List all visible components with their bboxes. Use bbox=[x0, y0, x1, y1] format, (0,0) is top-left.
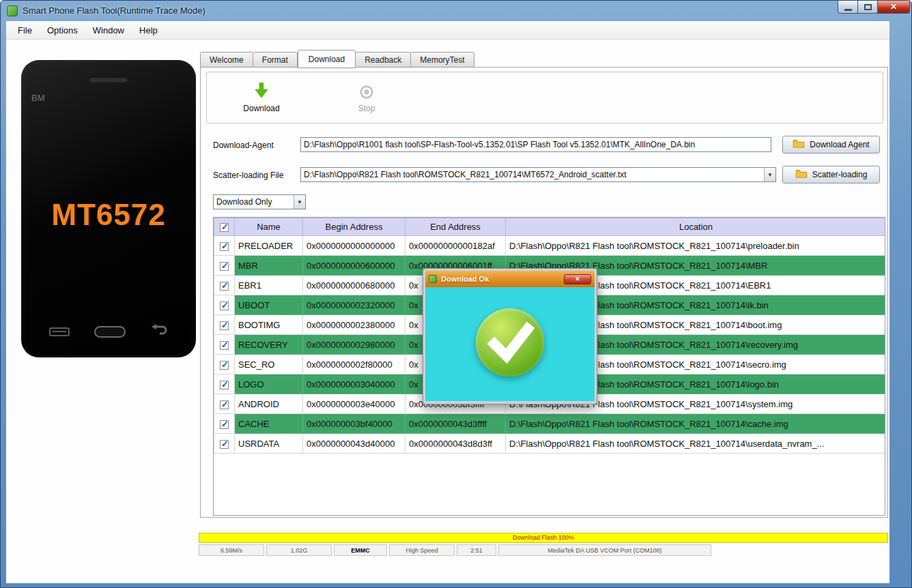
row-checkbox[interactable] bbox=[220, 440, 229, 449]
row-checkbox-cell[interactable] bbox=[214, 394, 235, 414]
row-name: LOGO bbox=[235, 374, 303, 394]
phone-back-icon bbox=[150, 324, 168, 339]
column-header-end-address[interactable]: End Address bbox=[405, 218, 506, 236]
row-checkbox-cell[interactable] bbox=[214, 414, 235, 434]
success-check-badge bbox=[476, 308, 544, 377]
row-checkbox-cell[interactable] bbox=[214, 335, 235, 355]
row-begin-address: 0x000000003bf40000 bbox=[303, 414, 405, 434]
menubar: File Options Window Help bbox=[6, 21, 889, 40]
row-checkbox[interactable] bbox=[220, 400, 229, 409]
row-checkbox-cell[interactable] bbox=[214, 256, 235, 276]
tab-welcome[interactable]: Welcome bbox=[200, 52, 253, 68]
row-location: D:\Flash\Oppo\R821 Flash tool\ROMSTOCK_R… bbox=[506, 236, 886, 256]
row-location: D:\Flash\Oppo\R821 Flash tool\ROMSTOCK_R… bbox=[506, 434, 886, 454]
titlebar[interactable]: Smart Phone Flash Tool(Runtime Trace Mod… bbox=[1, 1, 911, 21]
row-checkbox[interactable] bbox=[220, 420, 229, 429]
stop-icon bbox=[338, 80, 395, 100]
row-checkbox-cell[interactable] bbox=[214, 276, 235, 295]
dialog-titlebar[interactable]: Download Ok ✕ bbox=[425, 271, 595, 287]
close-icon: ✕ bbox=[575, 276, 580, 282]
column-header-name[interactable]: Name bbox=[235, 218, 303, 236]
tab-format[interactable]: Format bbox=[253, 52, 298, 68]
progress-bar: Download Flash 100% bbox=[199, 533, 888, 543]
row-checkbox-cell[interactable] bbox=[214, 295, 235, 315]
app-window: Smart Phone Flash Tool(Runtime Trace Mod… bbox=[0, 0, 912, 588]
client-area: BM MT6572 Welcome Format Download Readba… bbox=[6, 40, 889, 583]
column-header-location[interactable]: Location bbox=[506, 218, 886, 236]
menu-file[interactable]: File bbox=[10, 23, 40, 38]
row-name: RECOVERY bbox=[235, 335, 303, 355]
download-mode-combobox[interactable]: Download Only ▼ bbox=[213, 194, 306, 209]
row-end-address: 0x00000000000182af bbox=[405, 236, 506, 256]
download-button[interactable]: Download bbox=[233, 80, 290, 113]
status-speed: 6.59M/s bbox=[199, 544, 264, 556]
row-name: EBR1 bbox=[235, 276, 303, 295]
row-begin-address: 0x0000000043d40000 bbox=[303, 434, 405, 454]
row-begin-address: 0x0000000003e40000 bbox=[303, 394, 405, 414]
minimize-button[interactable] bbox=[838, 1, 858, 14]
row-checkbox[interactable] bbox=[220, 262, 229, 271]
phone-menu-icon bbox=[49, 327, 70, 336]
column-header-begin-address[interactable]: Begin Address bbox=[303, 218, 405, 236]
row-begin-address: 0x0000000003040000 bbox=[303, 374, 405, 394]
row-checkbox[interactable] bbox=[220, 341, 229, 350]
row-checkbox[interactable] bbox=[220, 321, 229, 330]
menu-help[interactable]: Help bbox=[132, 23, 165, 38]
row-checkbox-cell[interactable] bbox=[214, 434, 235, 454]
folder-icon bbox=[793, 139, 805, 150]
tab-readback[interactable]: Readback bbox=[356, 52, 411, 68]
select-all-checkbox-cell[interactable] bbox=[214, 218, 235, 236]
dialog-app-icon bbox=[429, 275, 437, 283]
row-checkbox[interactable] bbox=[220, 381, 229, 389]
minimize-icon bbox=[844, 9, 852, 11]
row-name: ANDROID bbox=[235, 394, 303, 414]
row-checkbox-cell[interactable] bbox=[214, 236, 235, 256]
status-storage-type: EMMC bbox=[334, 544, 387, 556]
scatter-file-value: D:\Flash\Oppo\R821 Flash tool\ROMSTOCK_R… bbox=[301, 170, 764, 179]
tab-download[interactable]: Download bbox=[298, 50, 356, 68]
status-bar: 6.59M/s 1.02G EMMC High Speed 2:51 Media… bbox=[199, 544, 888, 557]
check-icon bbox=[476, 308, 544, 377]
row-checkbox-cell[interactable] bbox=[214, 315, 235, 335]
scatter-file-combobox[interactable]: D:\Flash\Oppo\R821 Flash tool\ROMSTOCK_R… bbox=[300, 167, 776, 182]
row-checkbox-cell[interactable] bbox=[214, 355, 235, 374]
row-checkbox[interactable] bbox=[220, 302, 229, 310]
download-agent-button[interactable]: Download Agent bbox=[782, 136, 880, 153]
row-name: PRELOADER bbox=[235, 236, 303, 256]
phone-brand-label: BM bbox=[31, 93, 45, 103]
status-usb-speed: High Speed bbox=[389, 544, 455, 556]
menu-options[interactable]: Options bbox=[40, 23, 85, 38]
row-name: USRDATA bbox=[235, 434, 303, 454]
row-begin-address: 0x0000000002380000 bbox=[303, 315, 405, 335]
table-row[interactable]: CACHE0x000000003bf400000x0000000043d3fff… bbox=[214, 414, 886, 434]
chevron-down-icon[interactable]: ▼ bbox=[294, 195, 305, 209]
row-name: CACHE bbox=[235, 414, 303, 434]
download-agent-input[interactable] bbox=[300, 137, 771, 152]
stop-button-label: Stop bbox=[338, 104, 395, 113]
close-button[interactable]: ✕ bbox=[878, 1, 910, 14]
row-checkbox[interactable] bbox=[220, 282, 229, 291]
maximize-button[interactable] bbox=[858, 1, 878, 14]
status-port: MediaTek DA USB VCOM Port (COM108) bbox=[498, 544, 711, 556]
table-row[interactable]: USRDATA0x0000000043d400000x0000000043d8d… bbox=[214, 434, 886, 454]
select-all-checkbox[interactable] bbox=[220, 223, 229, 232]
window-controls: ✕ bbox=[838, 1, 910, 14]
row-checkbox[interactable] bbox=[220, 361, 229, 370]
row-name: BOOTIMG bbox=[235, 315, 303, 335]
chevron-down-icon[interactable]: ▼ bbox=[764, 168, 775, 181]
tab-memorytest[interactable]: MemoryTest bbox=[411, 52, 474, 68]
row-location: D:\Flash\Oppo\R821 Flash tool\ROMSTOCK_R… bbox=[506, 414, 886, 434]
table-header-row: Name Begin Address End Address Location bbox=[214, 218, 886, 236]
stop-button[interactable]: Stop bbox=[338, 80, 395, 113]
table-row[interactable]: PRELOADER0x00000000000000000x00000000000… bbox=[214, 236, 886, 256]
row-end-address: 0x0000000043d3ffff bbox=[405, 414, 506, 434]
menu-window[interactable]: Window bbox=[85, 23, 132, 38]
dialog-close-button[interactable]: ✕ bbox=[564, 274, 591, 284]
row-name: UBOOT bbox=[235, 295, 303, 315]
scatter-loading-button[interactable]: Scatter-loading bbox=[782, 166, 880, 183]
row-checkbox-cell[interactable] bbox=[214, 374, 235, 394]
status-elapsed-time: 2:51 bbox=[457, 544, 496, 556]
row-checkbox[interactable] bbox=[220, 242, 229, 251]
phone-home-icon bbox=[94, 326, 126, 338]
download-mode-value: Download Only bbox=[214, 197, 294, 207]
